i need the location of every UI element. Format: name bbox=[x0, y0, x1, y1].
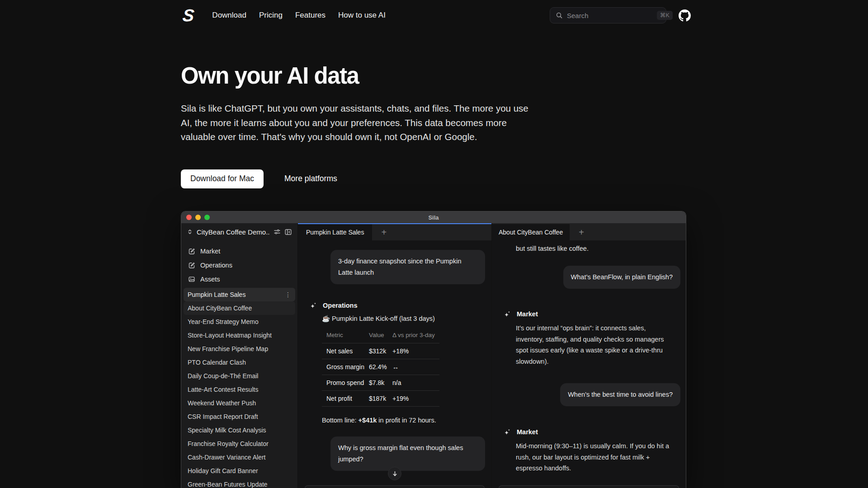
chat-list-item[interactable]: Franchise Royalty Calculator ⋮ bbox=[184, 437, 295, 450]
chat-list-item[interactable]: New Franchise Pipeline Map ⋮ bbox=[184, 342, 295, 356]
value-cell: $187k bbox=[366, 391, 389, 407]
metric-cell: Promo spend bbox=[322, 375, 366, 391]
top-nav: S Download Pricing Features How to use A… bbox=[0, 0, 868, 31]
chat-list-item[interactable]: Daily Coup-de-Thé Email ⋮ bbox=[184, 369, 295, 383]
chat-list-item[interactable]: Latte-Art Contest Results ⋮ bbox=[184, 383, 295, 396]
github-icon[interactable] bbox=[679, 9, 691, 22]
assistant-message-header: Market bbox=[492, 428, 686, 436]
sila-logo[interactable]: S bbox=[182, 7, 195, 24]
workspace-name[interactable]: CityBean Coffee Demo... bbox=[197, 228, 270, 236]
delta-cell: +18% bbox=[389, 343, 439, 359]
assistant-message-header: Operations bbox=[298, 301, 491, 310]
user-message: What’s BeanFlow, in plain English? bbox=[563, 266, 680, 289]
right-chat-area: but still tastes like coffee. What’s Bea… bbox=[492, 240, 686, 488]
search-box[interactable]: ⌘K bbox=[550, 7, 666, 23]
tab-about-citybean-coffee[interactable]: About CityBean Coffee bbox=[492, 224, 570, 240]
user-message: When’s the best time to avoid lines? bbox=[560, 383, 680, 406]
chat-list-item[interactable]: Pumpkin Latte Sales ⋮ bbox=[184, 288, 295, 301]
kebab-menu-icon[interactable]: ⋮ bbox=[285, 291, 291, 298]
chat-title: CSR Impact Report Draft bbox=[188, 413, 258, 420]
hero-section: Own your AI data Sila is like ChatGPT, b… bbox=[181, 62, 542, 188]
assistant-answer: Mid-morning (9:30–11) is usually calm. I… bbox=[516, 441, 672, 474]
message-input[interactable] bbox=[305, 485, 485, 488]
table-header-cell: Δ vs prior 3-day bbox=[389, 330, 439, 343]
chat-title: Weekend Weather Push bbox=[188, 399, 256, 407]
sidebar: CityBean Coffee Demo... bbox=[181, 223, 298, 488]
chat-title: About CityBean Coffee bbox=[188, 305, 252, 312]
window-title: Sila bbox=[181, 214, 686, 221]
hero-description: Sila is like ChatGPT, but you own your a… bbox=[181, 101, 538, 144]
metric-cell: Gross margin bbox=[322, 359, 366, 375]
chat-title: Specialty Milk Cost Analysis bbox=[188, 427, 266, 434]
chat-title: Daily Coup-de-Thé Email bbox=[188, 372, 258, 380]
assistant-name: Operations bbox=[323, 302, 358, 309]
download-mac-button[interactable]: Download for Mac bbox=[181, 169, 264, 188]
chat-list-item[interactable]: Cash-Drawer Variance Alert ⋮ bbox=[184, 450, 295, 464]
sidebar-assistant-item[interactable]: Assets bbox=[181, 272, 297, 286]
metric-cell: Net sales bbox=[322, 343, 366, 359]
value-cell: $312k bbox=[366, 343, 389, 359]
delta-cell: +19% bbox=[389, 391, 439, 407]
sparkle-icon bbox=[309, 301, 317, 310]
nav-link[interactable]: Pricing bbox=[259, 11, 283, 20]
delta-cell: ↔ bbox=[389, 359, 439, 375]
more-platforms-link[interactable]: More platforms bbox=[284, 174, 337, 183]
chat-list-item[interactable]: Green-Bean Futures Update ⋮ bbox=[184, 478, 295, 488]
assistant-label: Assets bbox=[200, 276, 220, 283]
assistant-list: Market bbox=[181, 244, 297, 286]
scroll-to-bottom-button[interactable] bbox=[388, 467, 401, 480]
chat-title: Green-Bean Futures Update bbox=[188, 481, 268, 488]
nav-link[interactable]: Features bbox=[295, 11, 326, 20]
page-title: Own your AI data bbox=[181, 62, 542, 89]
chat-list-item[interactable]: Specialty Milk Cost Analysis ⋮ bbox=[184, 423, 295, 437]
assistant-message-fragment: but still tastes like coffee. bbox=[516, 243, 686, 254]
chat-title: Franchise Royalty Calculator bbox=[188, 440, 269, 447]
search-input[interactable] bbox=[567, 12, 657, 19]
chat-list-item[interactable]: PTO Calendar Clash ⋮ bbox=[184, 356, 295, 369]
sparkle-icon bbox=[503, 310, 511, 318]
new-tab-button[interactable]: + bbox=[570, 224, 584, 240]
chat-title: PTO Calendar Clash bbox=[188, 359, 246, 366]
message-input[interactable] bbox=[499, 485, 679, 488]
chat-list-item[interactable]: CSR Impact Report Draft ⋮ bbox=[184, 410, 295, 423]
right-tabbar: About CityBean Coffee + bbox=[492, 223, 686, 240]
tab-pumpkin-latte-sales[interactable]: Pumpkin Latte Sales bbox=[298, 224, 372, 240]
assistant-name: Market bbox=[517, 428, 538, 436]
chat-list-item[interactable]: Holiday Gift Card Banner ⋮ bbox=[184, 464, 295, 478]
chat-list: Pumpkin Latte Sales ⋮ About CityBean Cof… bbox=[181, 288, 297, 488]
compose-icon bbox=[188, 248, 195, 255]
chat-list-item[interactable]: Store-Layout Heatmap Insight ⋮ bbox=[184, 328, 295, 342]
metrics-table: Metric Value Δ vs prior 3-day bbox=[322, 330, 439, 407]
table-row: Net profit $187k +19% bbox=[322, 391, 439, 407]
new-tab-button[interactable]: + bbox=[372, 224, 387, 240]
nav-links: Download Pricing Features How to use AI bbox=[212, 11, 386, 20]
assistant-label: Market bbox=[200, 248, 220, 255]
chat-title: Holiday Gift Card Banner bbox=[188, 467, 258, 474]
chat-title: Cash-Drawer Variance Alert bbox=[188, 454, 265, 461]
nav-link[interactable]: How to use AI bbox=[338, 11, 386, 20]
sidebar-assistant-item[interactable]: Market bbox=[181, 244, 297, 258]
delta-cell: n/a bbox=[389, 375, 439, 391]
filter-sliders-icon[interactable] bbox=[274, 228, 281, 235]
report-title: ☕ Pumpkin Latte Kick-off (last 3 days) bbox=[322, 315, 491, 323]
user-message: 3-day finance snapshot since the Pumpkin… bbox=[330, 250, 485, 284]
image-icon bbox=[188, 276, 195, 283]
sidebar-assistant-item[interactable]: Operations bbox=[181, 258, 297, 272]
table-header-cell: Value bbox=[366, 330, 389, 343]
chat-list-item[interactable]: Year-End Strategy Memo ⋮ bbox=[184, 315, 295, 328]
chat-list-item[interactable]: About CityBean Coffee ⋮ bbox=[184, 301, 295, 315]
table-row: Promo spend $7.8k n/a bbox=[322, 375, 439, 391]
bottom-line: Bottom line: +$41k in profit in 72 hours… bbox=[322, 417, 491, 424]
nav-link[interactable]: Download bbox=[212, 11, 246, 20]
collapse-sidebar-icon[interactable] bbox=[284, 228, 292, 236]
center-chat-area: 3-day finance snapshot since the Pumpkin… bbox=[298, 240, 491, 488]
chat-title: New Franchise Pipeline Map bbox=[188, 345, 268, 352]
sparkle-icon bbox=[503, 428, 511, 436]
chat-list-item[interactable]: Weekend Weather Push ⋮ bbox=[184, 396, 295, 410]
workspace-header: CityBean Coffee Demo... bbox=[181, 223, 297, 240]
workspace-switcher-icon[interactable] bbox=[187, 229, 193, 235]
compose-icon bbox=[188, 262, 195, 269]
arrow-down-icon bbox=[392, 470, 398, 477]
table-row: Net sales $312k +18% bbox=[322, 343, 439, 359]
chat-title: Pumpkin Latte Sales bbox=[188, 291, 245, 298]
